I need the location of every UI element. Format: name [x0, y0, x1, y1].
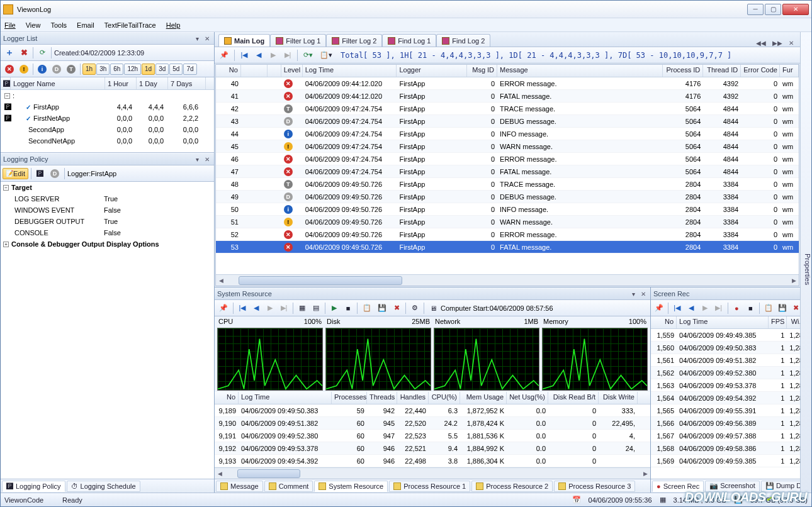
record-icon[interactable]: ● [730, 302, 743, 315]
logger-row[interactable]: SecondApp0,0,00,0,00,0,0 [1, 124, 214, 135]
log-tab[interactable]: Main Log [218, 34, 270, 47]
col-1hour[interactable]: 1 Hour [105, 77, 137, 89]
nav-first-icon[interactable]: |◀ [671, 302, 684, 315]
pin-icon[interactable]: 📌 [217, 302, 230, 315]
policy-flag-icon[interactable]: 🅿 [34, 167, 47, 180]
time-pill-1d[interactable]: 1d [142, 64, 155, 75]
logger-row[interactable]: 🅿✓FirstNetApp0,0,00,0,02,2,2 [1, 113, 214, 124]
sysres-row[interactable]: 9,19104/06/2009 09:49:52.3806094722,5235… [215, 430, 650, 442]
menu-tools[interactable]: Tools [50, 21, 67, 29]
nav-first-icon[interactable]: |◀ [238, 49, 251, 62]
policy-debug-icon[interactable]: D [48, 167, 62, 180]
filter-trace-icon[interactable]: T [64, 63, 78, 75]
filter-info-icon[interactable]: i [35, 63, 49, 75]
sysres-tab[interactable]: Process Resource 1 [389, 481, 470, 492]
screenrec-row[interactable]: 1,56204/06/2009 09:49:52.38011,280720 [651, 367, 800, 379]
monitor-icon[interactable]: 🖥 [427, 302, 439, 315]
tab-close-icon[interactable]: ✕ [786, 40, 796, 47]
filter-error-icon[interactable]: ✕ [3, 63, 16, 75]
screenrec-row[interactable]: 1,56604/06/2009 09:49:56.38911,280720 [651, 417, 800, 430]
sysres-tab[interactable]: Process Resource 3 [554, 481, 635, 492]
log-tab[interactable]: Filter Log 1 [270, 34, 326, 47]
maximize-button[interactable]: ▢ [765, 4, 781, 15]
time-pill-6h[interactable]: 6h [110, 64, 123, 75]
sysres-row[interactable]: 9,18904/06/2009 09:49:50.3835994222,4406… [215, 404, 650, 417]
col-logtime[interactable]: Log Time [303, 65, 397, 77]
tab-logging-schedule[interactable]: ⏱Logging Schedule [67, 481, 140, 492]
log-row[interactable]: 52✕04/06/2009 09:49:50.726FirstApp0ERROR… [216, 228, 799, 241]
time-pill-12h[interactable]: 12h [124, 64, 141, 75]
nav-last-icon[interactable]: ▶| [713, 302, 725, 315]
screenrec-row[interactable]: 1,56404/06/2009 09:49:54.39211,280720 [651, 392, 800, 404]
logger-row[interactable]: 🅿✓FirstApp4,4,44,4,46,6,6 [1, 101, 214, 113]
settings-icon[interactable]: ⚙ [409, 302, 421, 315]
properties-strip[interactable]: Properties [800, 32, 811, 493]
stop-icon[interactable]: ■ [342, 302, 354, 315]
col-logger[interactable]: Logger [397, 65, 467, 77]
pin-icon[interactable]: 📌 [217, 49, 231, 62]
screenrec-row[interactable]: 1,56304/06/2009 09:49:53.37811,280720 [651, 379, 800, 392]
log-row[interactable]: 45!04/06/2009 09:47:24.754FirstApp0WARN … [216, 140, 799, 153]
policy-row[interactable]: WINDOWS EVENTFalse [1, 204, 214, 216]
sysres-tab[interactable]: Process Resource 2 [471, 481, 553, 492]
sysres-tab[interactable]: Message [216, 481, 263, 492]
time-pill-3h[interactable]: 3h [96, 64, 110, 75]
log-tab[interactable]: Find Log 1 [382, 34, 436, 47]
sysres-tab[interactable]: Comment [264, 481, 313, 492]
pin-icon[interactable]: ▾ [629, 289, 638, 298]
col-logger-name[interactable]: Logger Name [11, 77, 105, 89]
tab-nav-left-icon[interactable]: ◀◀ [753, 40, 769, 47]
pin-icon[interactable]: 📌 [653, 302, 665, 315]
log-row[interactable]: 48T04/06/2009 09:49:50.726FirstApp0TRACE… [216, 178, 799, 191]
tab-nav-right-icon[interactable]: ▶▶ [770, 40, 785, 47]
screenrec-row[interactable]: 1,56804/06/2009 09:49:58.38611,280720 [651, 442, 800, 455]
tab-logging-policy[interactable]: 🅿Logging Policy [2, 481, 65, 492]
nav-last-icon[interactable]: ▶| [278, 302, 290, 315]
sysres-row[interactable]: 9,19304/06/2009 09:49:54.3926094622,4983… [215, 455, 650, 467]
sysres-row[interactable]: 9,19004/06/2009 09:49:51.3826094522,5202… [215, 417, 650, 430]
nav-prev-icon[interactable]: ◀ [250, 302, 262, 315]
screenrec-row[interactable]: 1,56704/06/2009 09:49:57.38811,280720 [651, 430, 800, 442]
menu-view[interactable]: View [26, 21, 41, 29]
policy-row[interactable]: LOG SERVERTrue [1, 193, 214, 204]
pin-icon[interactable]: ▾ [193, 155, 201, 164]
log-row[interactable]: 49D04/06/2009 09:49:50.726FirstApp0DEBUG… [216, 191, 799, 203]
log-row[interactable]: 47✕04/06/2009 09:47:24.754FirstApp0FATAL… [216, 165, 799, 178]
minimize-button[interactable]: ─ [747, 4, 764, 15]
policy-row[interactable]: DEBUGGER OUTPUTTrue [1, 216, 214, 227]
nav-first-icon[interactable]: |◀ [236, 302, 249, 315]
layout1-icon[interactable]: ▦ [296, 302, 308, 315]
policy-options-header[interactable]: + Console & Debugger Output Display Opti… [1, 238, 214, 250]
filter-debug-icon[interactable]: D [50, 63, 64, 75]
nav-next-icon[interactable]: ▶ [264, 302, 276, 315]
screenrec-row[interactable]: 1,56104/06/2009 09:49:51.38211,280720 [651, 354, 800, 367]
save-icon[interactable]: 💾 [776, 302, 789, 315]
panel-close-icon[interactable]: ✕ [203, 34, 211, 43]
log-row[interactable]: 44i04/06/2009 09:47:24.754FirstApp0INFO … [216, 128, 799, 140]
log-row[interactable]: 50i04/06/2009 09:49:50.726FirstApp0INFO … [216, 203, 799, 216]
screenrec-tab[interactable]: ● Screen Rec [652, 481, 704, 492]
time-pill-5d[interactable]: 5d [169, 64, 183, 75]
menu-texttail[interactable]: TextFileTailTrace [104, 21, 156, 29]
delete-icon[interactable]: ✖ [790, 302, 800, 315]
menu-email[interactable]: Email [77, 21, 94, 29]
titlebar[interactable]: ViewonLog ─ ▢ ✕ [1, 1, 811, 18]
play-icon[interactable]: ▶ [328, 302, 341, 315]
screenrec-row[interactable]: 1,56004/06/2009 09:49:50.38311,280720 [651, 342, 800, 354]
nav-next-icon[interactable]: ▶ [267, 49, 279, 62]
sysres-hscrollbar[interactable]: ◀▶ [215, 467, 650, 479]
stop-icon[interactable]: ■ [744, 302, 757, 315]
col-fun[interactable]: Fur [780, 65, 799, 77]
menu-help[interactable]: Help [166, 21, 181, 29]
remove-logger-button[interactable]: ✖ [18, 47, 30, 59]
filter-warn-icon[interactable]: ! [17, 63, 31, 75]
layout2-icon[interactable]: ▤ [310, 302, 322, 315]
panel-close-icon[interactable]: ✕ [203, 155, 211, 164]
screenrec-row[interactable]: 1,56904/06/2009 09:49:59.38511,280720 [651, 455, 800, 467]
time-pill-3d[interactable]: 3d [155, 64, 169, 75]
col-threadid[interactable]: Thread ID [703, 65, 741, 77]
col-msgid[interactable]: Msg ID [467, 65, 497, 77]
log-row[interactable]: 42T04/06/2009 09:47:24.754FirstApp0TRACE… [216, 103, 799, 115]
col-no[interactable]: No [216, 65, 241, 77]
menu-file[interactable]: File [4, 21, 16, 29]
